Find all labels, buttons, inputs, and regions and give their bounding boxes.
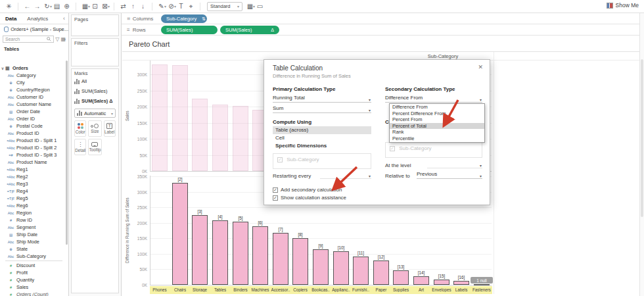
compute-option-table-across-[interactable]: Table (across) bbox=[273, 126, 371, 134]
checkbox-icon: ✓ bbox=[277, 157, 283, 162]
bar-tables[interactable] bbox=[212, 105, 228, 171]
bar-bookcases[interactable] bbox=[313, 249, 329, 285]
secondary-calc-type-header: Secondary Calculation Type bbox=[385, 86, 455, 92]
bar-binders[interactable] bbox=[233, 106, 248, 171]
bar-labels[interactable] bbox=[453, 281, 469, 285]
bar-copiers[interactable] bbox=[292, 238, 308, 285]
bar-rank-label: [7] bbox=[271, 227, 290, 232]
checkbox-icon: ✓ bbox=[273, 187, 278, 193]
menu-item-difference-from[interactable]: Difference From bbox=[390, 104, 484, 111]
x-tick-label[interactable]: Applianc.. bbox=[331, 287, 352, 292]
bar-rank-label: [5] bbox=[231, 216, 250, 220]
menu-item-percent-of-total[interactable]: Percent of Total bbox=[390, 123, 484, 130]
checkbox-icon: ✓ bbox=[273, 195, 278, 201]
gridline bbox=[150, 285, 492, 285]
x-tick-label[interactable]: Envelopes bbox=[431, 287, 452, 292]
close-icon[interactable]: ✕ bbox=[478, 64, 483, 70]
checkbox-add-secondary-calculation[interactable]: ✓Add secondary calculation bbox=[273, 187, 342, 193]
bar-chairs[interactable] bbox=[172, 65, 188, 171]
bar-paper[interactable] bbox=[373, 260, 389, 285]
bar-rank-label: [11] bbox=[351, 251, 371, 255]
x-tick-label[interactable]: Copiers bbox=[290, 287, 311, 292]
bar-rank-label: [4] bbox=[210, 214, 230, 219]
secondary-dimension-box: ✓ Sub-Category bbox=[385, 142, 482, 158]
bar-storage[interactable] bbox=[192, 99, 208, 171]
at-the-level-label: At the level bbox=[385, 162, 411, 168]
secondary-dimension-label: Sub-Category bbox=[399, 145, 431, 151]
menu-item-percentile[interactable]: Percentile bbox=[390, 136, 484, 142]
y-axis-line bbox=[150, 176, 150, 285]
primary-dimension-box: ✓ Sub-Category bbox=[273, 153, 371, 169]
restarting-every-dropdown: ▾ bbox=[320, 170, 371, 179]
bar-rank-label: [10] bbox=[331, 245, 351, 250]
x-tick-label[interactable]: Tables bbox=[210, 287, 231, 292]
aggregation-dropdown[interactable]: Sum▾ bbox=[273, 105, 371, 113]
dialog-subtitle: Difference in Running Sum of Sales bbox=[273, 73, 351, 79]
x-tick-label[interactable]: Machines bbox=[250, 287, 271, 292]
null-indicator-badge[interactable]: 1 null bbox=[471, 277, 493, 284]
x-tick-label[interactable]: Art bbox=[411, 287, 432, 292]
x-tick-label[interactable]: Supplies bbox=[390, 287, 411, 292]
x-tick-label[interactable]: Storage bbox=[189, 287, 210, 292]
bar-rank-label: [3] bbox=[190, 209, 210, 214]
x-tick-label[interactable]: Phones bbox=[149, 287, 170, 292]
x-tick-label[interactable]: Labels bbox=[451, 287, 472, 292]
bar-machines[interactable] bbox=[252, 226, 268, 285]
compute-using-list[interactable]: Table (across)CellSpecific Dimensions bbox=[273, 126, 371, 150]
compute-option-specific-dimensions[interactable]: Specific Dimensions bbox=[273, 142, 371, 150]
bar-tables[interactable] bbox=[212, 220, 228, 285]
bar-furnishings[interactable] bbox=[353, 257, 369, 285]
compute-using-header: Compute Using bbox=[273, 119, 311, 125]
gridline bbox=[150, 207, 492, 208]
x-tick-label[interactable]: Bookcas.. bbox=[310, 287, 331, 292]
menu-item-percent-difference-from[interactable]: Percent Difference From bbox=[390, 111, 484, 117]
x-tick-label[interactable]: Accessor.. bbox=[270, 287, 291, 292]
bar-envelopes[interactable] bbox=[434, 280, 449, 285]
bar-phones[interactable] bbox=[152, 64, 168, 171]
dialog-title: Table Calculation bbox=[273, 64, 323, 72]
menu-item-percent-from[interactable]: Percent From bbox=[390, 116, 484, 123]
bar-accessories[interactable] bbox=[273, 233, 288, 285]
bar-storage[interactable] bbox=[192, 215, 208, 285]
restarting-every-label: Restarting every bbox=[273, 173, 311, 179]
bar-fasteners[interactable] bbox=[474, 284, 490, 285]
relative-to-dropdown[interactable]: Previous▾ bbox=[417, 170, 482, 179]
bar-rank-label: [2] bbox=[170, 177, 190, 182]
secondary-type-dropdown[interactable]: Difference From▾ bbox=[385, 94, 482, 103]
checkbox-show-calculation-assistance[interactable]: ✓Show calculation assistance bbox=[273, 195, 346, 201]
bar-supplies[interactable] bbox=[393, 270, 409, 285]
checkbox-icon: ✓ bbox=[390, 146, 395, 151]
x-tick-label[interactable]: Fasteners bbox=[471, 287, 492, 292]
calc-type-menu[interactable]: Difference FromPercent Difference FromPe… bbox=[389, 103, 485, 143]
menu-item-rank[interactable]: Rank bbox=[390, 129, 484, 136]
x-tick-label[interactable]: Binders bbox=[230, 287, 251, 292]
bar-rank-label: [15] bbox=[432, 274, 451, 278]
y-axis-line bbox=[150, 61, 150, 171]
bar-appliances[interactable] bbox=[333, 251, 349, 285]
bar-rank-label: [8] bbox=[290, 232, 310, 237]
bar-rank-label: [16] bbox=[451, 275, 471, 280]
bar-rank-label: [9] bbox=[311, 243, 331, 248]
bar-chairs[interactable] bbox=[172, 183, 188, 285]
y-axis-title: Sales bbox=[125, 61, 130, 171]
x-tick-label[interactable]: Paper bbox=[371, 287, 392, 292]
bar-rank-label: [13] bbox=[391, 264, 411, 269]
x-tick-label[interactable]: Furnishi.. bbox=[350, 287, 371, 292]
tableau-window: ✳←→↻▾▤⊕▦▾⊡⊠▾⇄↑↓✎▾⊘▾T⌖ Standard ▾ ▦▾▭ Sho… bbox=[0, 0, 644, 296]
relative-to-label: Relative to bbox=[385, 173, 410, 179]
bar-binders[interactable] bbox=[233, 222, 248, 285]
at-the-level-dropdown: ▾ bbox=[427, 160, 482, 168]
bar-rank-label: [6] bbox=[250, 220, 270, 225]
table-calculation-dialog: Table Calculation Difference in Running … bbox=[264, 59, 490, 205]
compute-option-cell[interactable]: Cell bbox=[273, 134, 371, 142]
bar-art[interactable] bbox=[413, 276, 429, 285]
y-axis-title: Difference in Running Sum of Sales bbox=[125, 176, 130, 285]
bar-rank-label: [14] bbox=[411, 270, 431, 275]
primary-calc-type-header: Primary Calculation Type bbox=[273, 86, 335, 92]
primary-dimension-label: Sub-Category bbox=[287, 157, 319, 162]
bar-rank-label: [12] bbox=[371, 255, 391, 259]
x-tick-label[interactable]: Chairs bbox=[170, 287, 191, 292]
primary-type-dropdown[interactable]: Running Total▾ bbox=[273, 94, 371, 103]
